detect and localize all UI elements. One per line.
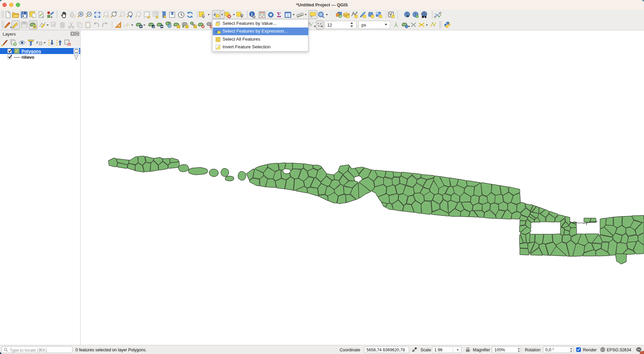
svg-text:Σ: Σ	[277, 11, 281, 18]
svg-text:ε: ε	[215, 29, 217, 34]
svg-text:a: a	[51, 14, 52, 18]
svg-text:ε: ε	[36, 40, 38, 45]
